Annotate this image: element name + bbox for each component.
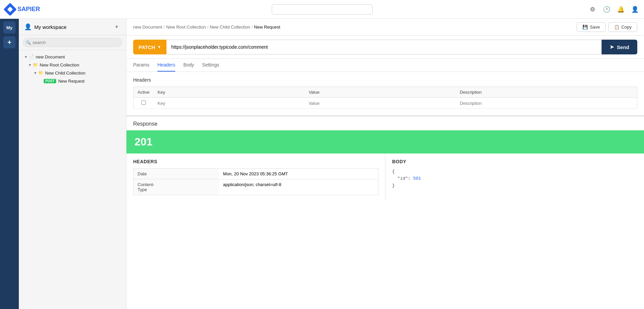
- url-input[interactable]: [166, 40, 602, 54]
- description-cell: [456, 98, 637, 109]
- response-body-panel: BODY { "id": 501 }: [385, 153, 644, 201]
- col-key: Key: [154, 87, 305, 98]
- settings-icon[interactable]: ⚙: [589, 6, 596, 13]
- breadcrumb-current: New Request: [254, 25, 280, 30]
- tab-settings[interactable]: Settings: [202, 59, 219, 72]
- save-label: Save: [590, 25, 600, 30]
- value-cell: [305, 98, 456, 109]
- topnav: SAPIER ⚙ 🕐 🔔 👤: [0, 0, 644, 19]
- history-icon[interactable]: 🕐: [603, 6, 610, 13]
- request-tabs: Params Headers Body Settings: [126, 59, 644, 72]
- add-workspace-btn[interactable]: +: [3, 36, 15, 48]
- code-brace-open: {: [392, 169, 395, 174]
- bell-icon[interactable]: 🔔: [617, 6, 624, 13]
- tree-item-root-collection[interactable]: ▼ 📁 New Root Collection ⋯: [19, 61, 126, 69]
- code-brace-close: }: [392, 183, 395, 188]
- headers-section: Headers Active Key Value Description: [126, 72, 644, 116]
- send-button[interactable]: ➤ Send: [602, 40, 637, 54]
- method-label: PATCH: [139, 44, 155, 50]
- method-badge: POST: [44, 79, 56, 83]
- send-icon: ➤: [610, 44, 614, 50]
- response-status-code: 201: [135, 136, 152, 148]
- save-icon: 💾: [582, 25, 588, 30]
- header-key: Content-Type: [134, 179, 219, 195]
- workspace-name: My workspace: [34, 24, 110, 30]
- icon-bar: My +: [0, 19, 19, 309]
- tree-item-label: New Root Collection: [40, 62, 119, 68]
- user-icon[interactable]: 👤: [631, 6, 639, 13]
- col-value: Value: [305, 87, 456, 98]
- response-title: Response: [126, 116, 644, 130]
- method-selector[interactable]: PATCH ▼: [133, 40, 166, 54]
- copy-label: Copy: [621, 25, 632, 30]
- sidebar-header: 👤 My workspace +: [19, 19, 126, 35]
- description-input[interactable]: [460, 101, 633, 106]
- request-bar: PATCH ▼ ➤ Send: [126, 36, 644, 59]
- tab-body[interactable]: Body: [183, 59, 194, 72]
- table-row: Content-Type application/json; charset=u…: [134, 179, 378, 195]
- key-input[interactable]: [158, 101, 301, 106]
- headers-table: Active Key Value Description: [133, 87, 637, 109]
- app-name: SAPIER: [17, 6, 40, 13]
- search-icon: 🔍: [26, 40, 31, 45]
- response-section: Response 201 HEADERS Date Mon, 20 Nov 20…: [126, 116, 644, 201]
- tab-params[interactable]: Params: [133, 59, 149, 72]
- code-value: 501: [413, 176, 421, 181]
- value-input[interactable]: [309, 101, 452, 106]
- sidebar-tree: ▼ 📄 new Document ⋯ ▼ 📁 New Root Collecti…: [19, 50, 126, 309]
- active-checkbox[interactable]: [138, 100, 150, 105]
- main-scroll: Headers Active Key Value Description: [126, 72, 644, 309]
- tree-item-document[interactable]: ▼ 📄 new Document ⋯: [19, 53, 126, 61]
- active-cell: [134, 98, 154, 109]
- headers-section-title: Headers: [133, 77, 637, 83]
- response-headers-title: HEADERS: [133, 159, 378, 164]
- workspace-icon: 👤: [24, 23, 32, 31]
- col-description: Description: [456, 87, 637, 98]
- logo-diamond: [3, 3, 17, 16]
- col-active: Active: [134, 87, 154, 98]
- header-value: application/json; charset=utf-8: [219, 179, 378, 195]
- breadcrumb: new Document / New Root Collection / New…: [133, 25, 574, 30]
- chevron-down-icon: ▼: [28, 63, 33, 67]
- breadcrumb-sep: /: [164, 25, 165, 30]
- nav-icons: ⚙ 🕐 🔔 👤: [589, 6, 639, 13]
- tree-item-request[interactable]: ▼ POST New Request ⋯: [19, 77, 126, 85]
- global-search[interactable]: [272, 4, 373, 14]
- header-key: Date: [134, 169, 219, 179]
- app-logo: SAPIER: [5, 5, 40, 14]
- sidebar-search-input[interactable]: [23, 38, 122, 47]
- main-actions: 💾 Save 📋 Copy: [577, 22, 637, 32]
- sidebar: 👤 My workspace + 🔍 ▼ 📄 new Document ⋯ ▼ …: [19, 19, 126, 309]
- breadcrumb-sep: /: [207, 25, 209, 30]
- save-button[interactable]: 💾 Save: [577, 22, 606, 32]
- sidebar-search: 🔍: [19, 35, 126, 50]
- folder-icon: 📁: [38, 71, 43, 75]
- layout: My + 👤 My workspace + 🔍 ▼ 📄 new Document…: [0, 19, 644, 309]
- response-body: HEADERS Date Mon, 20 Nov 2023 05:36:25 G…: [126, 153, 644, 201]
- key-cell: [154, 98, 305, 109]
- tree-item-label: New Request: [58, 79, 119, 84]
- add-collection-btn[interactable]: +: [113, 23, 121, 31]
- headers-row: [134, 98, 637, 109]
- response-status-bar: 201: [126, 130, 644, 153]
- breadcrumb-item-2: New Root Collection: [166, 25, 206, 30]
- copy-icon: 📋: [614, 25, 619, 30]
- chevron-down-icon: ▼: [157, 45, 161, 49]
- workspace-tab-btn[interactable]: My: [3, 21, 15, 34]
- header-value: Mon, 20 Nov 2023 05:36:25 GMT: [219, 169, 378, 179]
- breadcrumb-item-3: New Child Collection: [210, 25, 250, 30]
- tree-item-label: New Child Collection: [45, 71, 119, 76]
- response-body-title: BODY: [392, 159, 637, 164]
- tab-headers[interactable]: Headers: [157, 59, 175, 72]
- code-colon: :: [408, 176, 413, 181]
- copy-button[interactable]: 📋 Copy: [608, 22, 637, 32]
- breadcrumb-item-1: new Document: [133, 25, 162, 30]
- breadcrumb-sep: /: [252, 25, 253, 30]
- folder-icon: 📁: [33, 62, 38, 67]
- response-headers-table: Date Mon, 20 Nov 2023 05:36:25 GMT Conte…: [133, 168, 378, 195]
- tree-item-child-collection[interactable]: ▼ 📁 New Child Collection ⋯: [19, 69, 126, 77]
- code-key: "id": [397, 176, 408, 181]
- chevron-down-icon: ▼: [24, 55, 29, 59]
- chevron-down-icon: ▼: [34, 71, 38, 75]
- global-search-input[interactable]: [272, 4, 373, 14]
